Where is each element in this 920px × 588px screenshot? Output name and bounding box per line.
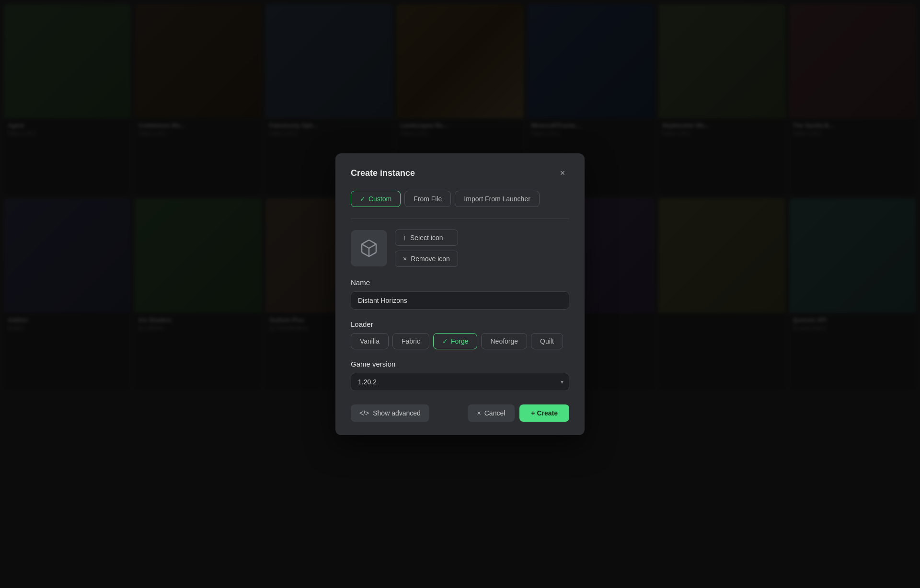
icon-preview	[351, 230, 387, 266]
loader-forge-label: Forge	[451, 337, 469, 345]
loader-label: Loader	[351, 320, 569, 328]
cancel-label: Cancel	[484, 409, 506, 417]
select-icon-label: Select icon	[410, 234, 443, 242]
loader-field-group: Loader Vanilla Fabric ✓ Forge Neoforge Q…	[351, 320, 569, 349]
name-label: Name	[351, 278, 569, 287]
modal-title: Create instance	[351, 168, 415, 178]
remove-icon-label: Remove icon	[411, 255, 450, 263]
x-icon: ×	[403, 255, 407, 263]
loader-forge-button[interactable]: ✓ Forge	[433, 333, 478, 349]
select-icon-button[interactable]: ↑ Select icon	[395, 230, 458, 246]
show-advanced-button[interactable]: </> Show advanced	[351, 404, 429, 422]
game-version-field-group: Game version 1.20.2 1.20.1 1.20 1.19.4 1…	[351, 360, 569, 391]
game-version-label: Game version	[351, 360, 569, 368]
tab-custom[interactable]: ✓ Custom	[351, 191, 401, 207]
loader-quilt-button[interactable]: Quilt	[531, 333, 563, 349]
upload-icon: ↑	[403, 234, 406, 242]
cancel-x-icon: ×	[477, 409, 481, 417]
cube-icon	[359, 239, 379, 258]
create-button[interactable]: + Create	[519, 404, 569, 422]
loader-neoforge-label: Neoforge	[490, 337, 518, 345]
close-button[interactable]: ×	[556, 167, 569, 180]
modal-header: Create instance ×	[351, 167, 569, 180]
cancel-button[interactable]: × Cancel	[468, 404, 515, 422]
name-field-group: Name	[351, 278, 569, 310]
loader-quilt-label: Quilt	[540, 337, 554, 345]
code-icon: </>	[359, 409, 369, 417]
footer-left: </> Show advanced	[351, 404, 463, 422]
loader-fabric-label: Fabric	[402, 337, 420, 345]
remove-icon-button[interactable]: × Remove icon	[395, 251, 458, 267]
loader-vanilla-label: Vanilla	[360, 337, 380, 345]
modal-wrapper: Create instance × ✓ Custom From File Imp…	[0, 0, 920, 588]
create-instance-modal: Create instance × ✓ Custom From File Imp…	[335, 153, 585, 435]
game-version-select[interactable]: 1.20.2 1.20.1 1.20 1.19.4 1.19.2 1.18.2	[351, 373, 569, 391]
loader-vanilla-button[interactable]: Vanilla	[351, 333, 389, 349]
loader-fabric-button[interactable]: Fabric	[392, 333, 429, 349]
modal-footer: </> Show advanced × Cancel + Create	[351, 404, 569, 422]
loader-forge-check-icon: ✓	[442, 337, 448, 345]
show-advanced-label: Show advanced	[373, 409, 421, 417]
icon-area: ↑ Select icon × Remove icon	[351, 230, 569, 267]
name-input[interactable]	[351, 291, 569, 310]
create-label: + Create	[531, 409, 558, 417]
icon-actions: ↑ Select icon × Remove icon	[395, 230, 458, 267]
tab-import-from-launcher[interactable]: Import From Launcher	[455, 191, 540, 207]
tab-from-file[interactable]: From File	[404, 191, 451, 207]
tab-from-file-label: From File	[414, 195, 442, 203]
tab-import-label: Import From Launcher	[464, 195, 530, 203]
loader-neoforge-button[interactable]: Neoforge	[481, 333, 527, 349]
tab-row: ✓ Custom From File Import From Launcher	[351, 191, 569, 207]
loader-row: Vanilla Fabric ✓ Forge Neoforge Quilt	[351, 333, 569, 349]
check-icon: ✓	[360, 195, 366, 203]
tab-custom-label: Custom	[368, 195, 391, 203]
game-version-select-wrapper: 1.20.2 1.20.1 1.20 1.19.4 1.19.2 1.18.2 …	[351, 373, 569, 391]
divider	[351, 219, 569, 219]
